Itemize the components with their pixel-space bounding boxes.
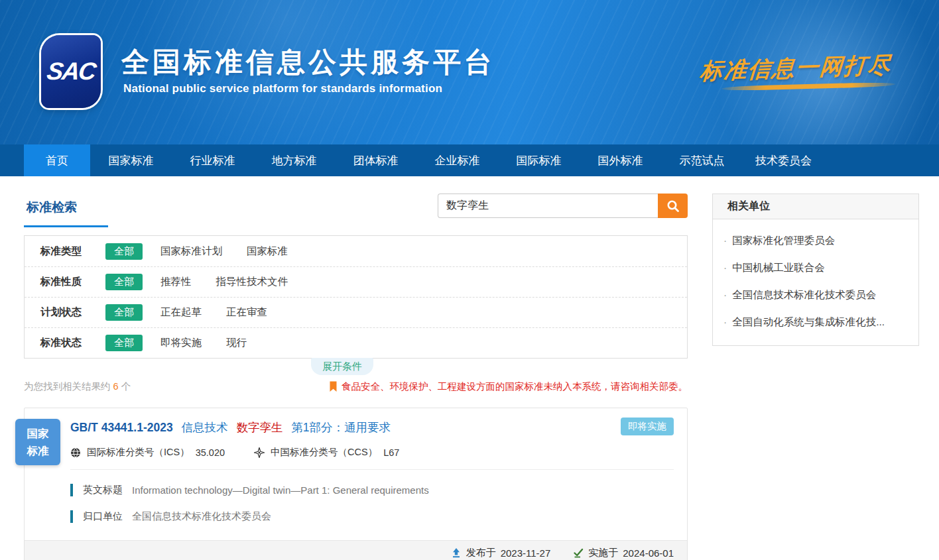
- search-button[interactable]: [658, 194, 688, 218]
- main-nav: 首页国家标准行业标准地方标准团体标准企业标准国际标准国外标准示范试点技术委员会: [0, 144, 939, 176]
- expand-conditions-button[interactable]: 展开条件: [311, 358, 373, 375]
- status-badge: 即将实施: [621, 418, 674, 435]
- filter-all-badge[interactable]: 全部: [105, 304, 143, 321]
- filter-row-1: 标准类型全部国家标准计划国家标准: [25, 236, 687, 266]
- slogan-text: 标准信息一网打尽: [699, 50, 893, 87]
- search-icon: [666, 199, 680, 213]
- field-marker-bar: [70, 484, 73, 496]
- filter-panel: 标准类型全部国家标准计划国家标准标准性质全部推荐性指导性技术文件计划状态全部正在…: [24, 235, 688, 359]
- card-footer: 发布于 2023-11-27 实施于 2024-06-01: [25, 540, 687, 560]
- related-unit-link[interactable]: ·全国自动化系统与集成标准化技...: [713, 309, 918, 336]
- notice-text: 食品安全、环境保护、工程建设方面的国家标准未纳入本系统，请咨询相关部委。: [342, 380, 688, 393]
- filter-option[interactable]: 正在审查: [226, 306, 267, 319]
- filter-all-badge[interactable]: 全部: [105, 243, 143, 260]
- field-label: 归口单位: [83, 510, 123, 523]
- filter-row-3: 计划状态全部正在起草正在审查: [25, 297, 687, 327]
- main-column: 标准检索 标准类型全部国家标准计划国家标准标准性质全部推荐性指导性技术文件计划状…: [24, 194, 688, 560]
- standard-title-highlight[interactable]: 数字孪生: [236, 421, 282, 434]
- section-title: 标准检索: [24, 194, 108, 227]
- standard-title-part2[interactable]: 第1部分：通用要求: [291, 421, 391, 434]
- related-unit-link[interactable]: ·中国机械工业联合会: [713, 254, 918, 282]
- card-field-row: 归口单位全国信息技术标准化技术委员会: [70, 510, 674, 523]
- standard-code-link[interactable]: GB/T 43441.1-2023: [70, 421, 173, 434]
- related-unit-name: 中国机械工业联合会: [732, 261, 825, 275]
- site-subtitle: National public service platform for sta…: [123, 82, 442, 95]
- ccs-group: 中国标准分类号（CCS） L67: [254, 446, 399, 459]
- related-units-panel: 相关单位 ·国家标准化管理委员会·中国机械工业联合会·全国信息技术标准化技术委员…: [712, 194, 919, 346]
- filter-option[interactable]: 指导性技术文件: [216, 275, 288, 289]
- filter-all-badge[interactable]: 全部: [105, 335, 143, 351]
- sac-logo[interactable]: SAC: [41, 35, 101, 108]
- bullet: ·: [723, 262, 727, 274]
- search-section: 标准检索: [24, 194, 688, 227]
- ics-group: 国际标准分类号（ICS） 35.020: [70, 446, 225, 459]
- bookmark-icon: [329, 381, 338, 392]
- classification-line: 国际标准分类号（ICS） 35.020 中国标准分类号（CCS） L67: [70, 446, 674, 459]
- nav-tab-8[interactable]: 国外标准: [580, 144, 661, 176]
- filter-rows: 标准类型全部国家标准计划国家标准标准性质全部推荐性指导性技术文件计划状态全部正在…: [25, 236, 687, 358]
- filter-label: 标准类型: [40, 245, 105, 258]
- bullet: ·: [723, 235, 727, 247]
- published-date: 2023-11-27: [501, 547, 551, 559]
- ics-label: 国际标准分类号（ICS）: [87, 446, 190, 459]
- results-meta: 为您找到相关结果约6个 食品安全、环境保护、工程建设方面的国家标准未纳入本系统，…: [24, 380, 688, 393]
- field-value: Information technology—Digital twin—Part…: [132, 484, 429, 496]
- standard-type-badge: 国家 标准: [15, 419, 60, 465]
- bullet: ·: [723, 316, 727, 328]
- filter-label: 计划状态: [40, 306, 105, 319]
- filter-option[interactable]: 推荐性: [160, 275, 192, 289]
- published-date-item: 发布于 2023-11-27: [451, 547, 551, 559]
- card-field-row: 英文标题Information technology—Digital twin—…: [70, 484, 674, 496]
- nav-tab-6[interactable]: 企业标准: [416, 144, 498, 176]
- search-group: [438, 194, 688, 218]
- related-unit-name: 全国自动化系统与集成标准化技...: [732, 315, 885, 329]
- card-fields: 英文标题Information technology—Digital twin—…: [70, 484, 674, 523]
- nav-tab-3[interactable]: 行业标准: [172, 144, 253, 176]
- implemented-date: 2024-06-01: [623, 547, 674, 559]
- bullet: ·: [723, 289, 727, 301]
- search-input[interactable]: [438, 194, 658, 218]
- nav-tab-9[interactable]: 示范试点: [661, 144, 743, 176]
- filter-option[interactable]: 即将实施: [160, 336, 202, 350]
- ccs-label: 中国标准分类号（CCS）: [271, 446, 377, 459]
- nav-tab-1[interactable]: 首页: [24, 144, 90, 176]
- card-divider: [70, 469, 674, 470]
- standard-title-part1[interactable]: 信息技术: [182, 421, 228, 434]
- site-title: 全国标准信息公共服务平台: [121, 44, 495, 81]
- nav-tab-10[interactable]: 技术委员会: [743, 144, 824, 176]
- field-value: 全国信息技术标准化技术委员会: [132, 510, 271, 523]
- nav-tab-4[interactable]: 地方标准: [253, 144, 335, 176]
- filter-label: 标准性质: [40, 275, 105, 289]
- results-count-number: 6: [113, 381, 119, 392]
- field-label: 英文标题: [83, 484, 123, 496]
- card-body: GB/T 43441.1-2023 信息技术 数字孪生 第1部分：通用要求 即将…: [25, 408, 687, 540]
- related-unit-link[interactable]: ·全国信息技术标准化技术委员会: [713, 282, 918, 309]
- related-unit-link[interactable]: ·国家标准化管理委员会: [713, 227, 918, 254]
- results-count: 为您找到相关结果约6个: [24, 380, 131, 393]
- standard-title: GB/T 43441.1-2023 信息技术 数字孪生 第1部分：通用要求 即将…: [70, 420, 674, 435]
- nav-tab-5[interactable]: 团体标准: [335, 144, 416, 176]
- nav-tab-2[interactable]: 国家标准: [90, 144, 172, 176]
- filter-option[interactable]: 正在起草: [160, 306, 202, 319]
- compass-icon: [254, 447, 265, 458]
- related-unit-name: 国家标准化管理委员会: [732, 234, 835, 248]
- filter-option[interactable]: 国家标准: [247, 245, 288, 258]
- site-header: SAC 全国标准信息公共服务平台 National public service…: [0, 0, 939, 144]
- page-content: 标准检索 标准类型全部国家标准计划国家标准标准性质全部推荐性指导性技术文件计划状…: [0, 176, 939, 560]
- filter-row-2: 标准性质全部推荐性指导性技术文件: [25, 266, 687, 297]
- filter-label: 标准状态: [40, 336, 105, 350]
- globe-icon: [70, 447, 81, 458]
- check-icon: [573, 547, 584, 558]
- filter-all-badge[interactable]: 全部: [105, 274, 143, 290]
- related-units-title: 相关单位: [713, 194, 918, 219]
- filter-option[interactable]: 国家标准计划: [160, 245, 222, 258]
- upload-arrow-icon: [451, 547, 462, 558]
- implemented-date-item: 实施于 2024-06-01: [573, 547, 674, 559]
- ics-value: 35.020: [196, 447, 225, 458]
- nav-tab-7[interactable]: 国际标准: [498, 144, 580, 176]
- ccs-value: L67: [383, 447, 399, 458]
- sac-logo-text: SAC: [45, 58, 97, 85]
- filter-row-4: 标准状态全部即将实施现行: [25, 327, 687, 358]
- filter-option[interactable]: 现行: [226, 336, 247, 350]
- standard-result-card: 国家 标准 GB/T 43441.1-2023 信息技术 数字孪生 第1部分：通…: [24, 408, 688, 560]
